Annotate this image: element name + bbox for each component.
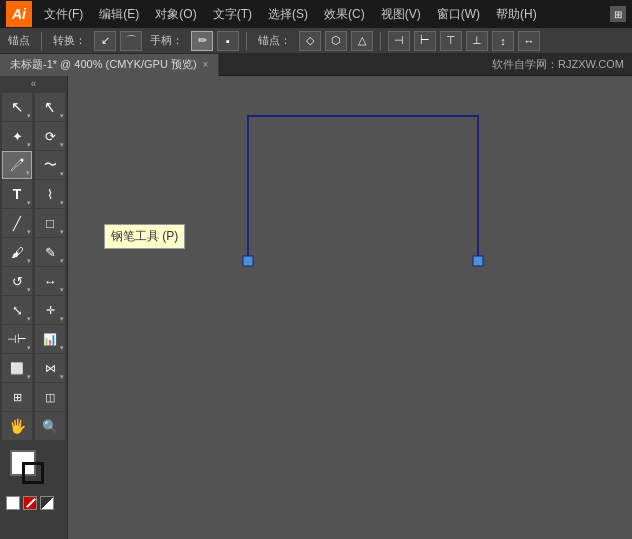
menu-select[interactable]: 选择(S) xyxy=(260,4,316,25)
distribute-btn1[interactable]: ↕ xyxy=(492,31,514,51)
magic-wand-tool-btn[interactable]: ✦ ▾ xyxy=(2,122,32,150)
align-bottom-btn[interactable]: ⊥ xyxy=(466,31,488,51)
tool-grid: ↖ ▾ ↖ ▾ ✦ ▾ ⟳ ▾ ▾ xyxy=(0,91,67,442)
arrange-btn[interactable]: ⊞ xyxy=(610,6,626,22)
menu-edit[interactable]: 编辑(E) xyxy=(91,4,147,25)
selection-tool-btn[interactable]: ↖ ▾ xyxy=(2,93,32,121)
tooltip-pen-tool: 钢笔工具 (P) xyxy=(104,224,185,249)
svg-point-0 xyxy=(21,159,24,162)
menu-file[interactable]: 文件(F) xyxy=(36,4,91,25)
stroke-swatch[interactable] xyxy=(22,462,44,484)
align-left-btn[interactable]: ⊣ xyxy=(388,31,410,51)
anchor-btn2[interactable]: ⬡ xyxy=(325,31,347,51)
toolbar1: 锚点 转换： ↙ ⌒ 手柄： ✏ ▪ 锚点： ◇ ⬡ △ ⊣ ⊢ ⊤ ⊥ ↕ ↔ xyxy=(0,28,632,54)
tab-close-btn[interactable]: × xyxy=(203,59,209,70)
separator3 xyxy=(380,32,381,50)
menu-view[interactable]: 视图(V) xyxy=(373,4,429,25)
toolbox: « ↖ ▾ ↖ ▾ ✦ ▾ ⟳ ▾ xyxy=(0,76,68,539)
menu-effect[interactable]: 效果(C) xyxy=(316,4,373,25)
corner-convert-btn[interactable]: ↙ xyxy=(94,31,116,51)
svg-rect-2 xyxy=(473,256,483,266)
paintbrush-tool-btn[interactable]: 🖌 ▾ xyxy=(2,238,32,266)
main-area: « ↖ ▾ ↖ ▾ ✦ ▾ ⟳ ▾ xyxy=(0,76,632,539)
separator2 xyxy=(246,32,247,50)
handle-type-btn2[interactable]: ▪ xyxy=(217,31,239,51)
anchor2-label: 锚点： xyxy=(254,33,295,48)
separator1 xyxy=(41,32,42,50)
pen-icon xyxy=(9,157,25,173)
gradient-swatch[interactable] xyxy=(40,496,54,510)
distribute-btn2[interactable]: ↔ xyxy=(518,31,540,51)
scale-tool-btn[interactable]: ⤡ ▾ xyxy=(2,296,32,324)
tab-bar: 未标题-1* @ 400% (CMYK/GPU 预览) × 软件自学网：RJZX… xyxy=(0,54,632,76)
slice-tool-btn[interactable]: ⋈ ▾ xyxy=(35,354,65,382)
hand-tool-btn[interactable]: 🖐 xyxy=(2,412,32,440)
zoom-tool-btn[interactable]: 🔍 xyxy=(35,412,65,440)
menu-help[interactable]: 帮助(H) xyxy=(488,4,545,25)
artboard-tool-btn[interactable]: ⬜ ▾ xyxy=(2,354,32,382)
pen-tool-btn[interactable]: ▾ xyxy=(2,151,32,179)
lasso-tool-btn[interactable]: ⟳ ▾ xyxy=(35,122,65,150)
none-swatch[interactable] xyxy=(6,496,20,510)
menu-bar: 文件(F) 编辑(E) 对象(O) 文字(T) 选择(S) 效果(C) 视图(V… xyxy=(36,4,610,25)
smooth-btn[interactable]: ⌒ xyxy=(120,31,142,51)
menu-window[interactable]: 窗口(W) xyxy=(429,4,488,25)
type-tool-btn[interactable]: T ▾ xyxy=(2,180,32,208)
graph-tool-btn[interactable]: 📊 ▾ xyxy=(35,325,65,353)
menu-object[interactable]: 对象(O) xyxy=(147,4,204,25)
red-slash-swatch[interactable] xyxy=(23,496,37,510)
align-center-btn[interactable]: ⊢ xyxy=(414,31,436,51)
shape-tool-btn[interactable]: □ ▾ xyxy=(35,209,65,237)
window-controls: ⊞ xyxy=(610,6,626,22)
color-swatches xyxy=(0,442,67,514)
document-tab[interactable]: 未标题-1* @ 400% (CMYK/GPU 预览) × xyxy=(0,54,219,76)
anchor-btn3[interactable]: △ xyxy=(351,31,373,51)
canvas-area: 钢笔工具 (P) xyxy=(68,76,632,539)
line-tool-btn[interactable]: ╱ ▾ xyxy=(2,209,32,237)
site-info: 软件自学网：RJZXW.COM xyxy=(492,57,632,72)
handle-type-btn1[interactable]: ✏ xyxy=(191,31,213,51)
vertical-type-btn[interactable]: ⌇ ▾ xyxy=(35,180,65,208)
align-top-btn[interactable]: ⊤ xyxy=(440,31,462,51)
path-drawing xyxy=(238,106,488,266)
width-tool-btn[interactable]: ⊣⊢ ▾ xyxy=(2,325,32,353)
anchor-label: 锚点 xyxy=(4,33,34,48)
toolbox-collapse[interactable]: « xyxy=(0,76,67,91)
mesh-tool-btn[interactable]: ⊞ xyxy=(2,383,32,411)
anchor-btn1[interactable]: ◇ xyxy=(299,31,321,51)
menu-type[interactable]: 文字(T) xyxy=(205,4,260,25)
rotate-tool-btn[interactable]: ↺ ▾ xyxy=(2,267,32,295)
tab-title: 未标题-1* @ 400% (CMYK/GPU 预览) xyxy=(10,57,197,72)
title-bar: Ai 文件(F) 编辑(E) 对象(O) 文字(T) 选择(S) 效果(C) 视… xyxy=(0,0,632,28)
gradient-tool-btn[interactable]: ◫ xyxy=(35,383,65,411)
pencil-tool-btn[interactable]: ✎ ▾ xyxy=(35,238,65,266)
direct-selection-tool-btn[interactable]: ↖ ▾ xyxy=(35,93,65,121)
puppet-warp-btn[interactable]: ✛ ▾ xyxy=(35,296,65,324)
path-svg xyxy=(238,106,488,266)
transform-label: 转换： xyxy=(49,33,90,48)
app-logo: Ai xyxy=(6,1,32,27)
svg-rect-1 xyxy=(243,256,253,266)
curvature-tool-btn[interactable]: 〜 ▾ xyxy=(35,151,65,179)
handle-label: 手柄： xyxy=(146,33,187,48)
reflect-tool-btn[interactable]: ↔ ▾ xyxy=(35,267,65,295)
